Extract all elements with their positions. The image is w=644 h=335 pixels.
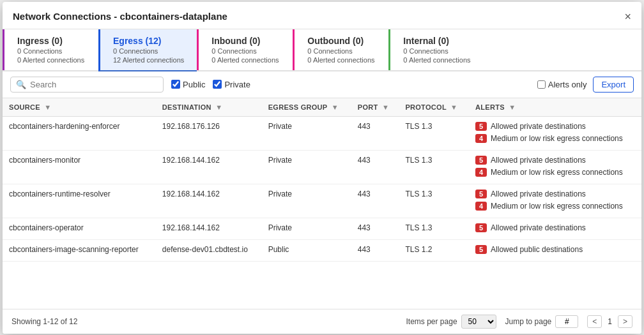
badge-count: 4 (475, 202, 487, 211)
cell-destination-3: 192.168.144.162 (156, 218, 262, 239)
alert-badge: 4 Medium or low risk egress connections (475, 168, 635, 177)
badge-count: 5 (475, 223, 487, 232)
cell-destination-2: 192.168.144.162 (156, 184, 262, 218)
tab-ingress[interactable]: Ingress (0) 0 Connections 0 Alerted conn… (3, 29, 98, 70)
cell-source-0: cbcontainers-hardening-enforcer (3, 116, 156, 150)
private-label: Private (224, 80, 250, 89)
col-header-alerts[interactable]: ALERTS ▼ (469, 98, 641, 117)
cell-destination-1: 192.168.144.162 (156, 150, 262, 184)
badge-count: 4 (475, 168, 487, 177)
alerts-only-checkbox[interactable] (537, 80, 546, 89)
table-row: cbcontainers-operator192.168.144.162Priv… (3, 218, 641, 239)
tab-label-egress: Egress (12) (113, 36, 184, 46)
items-per-page-label: Items per page (406, 317, 457, 326)
alert-badge: 5 Allowed private destinations (475, 190, 635, 198)
tab-sub2-outbound: 0 Alerted connections (307, 56, 376, 64)
tab-egress[interactable]: Egress (12) 0 Connections 12 Alerted con… (98, 29, 197, 71)
alert-badge: 5 Allowed private destinations (475, 223, 635, 232)
table-row: cbcontainers-monitor192.168.144.162Priva… (3, 150, 641, 184)
search-input[interactable] (30, 80, 158, 89)
tab-internal[interactable]: Internal (0) 0 Connections 0 Alerted con… (388, 29, 484, 70)
table-row: cbcontainers-hardening-enforcer192.168.1… (3, 116, 641, 150)
table-body: cbcontainers-hardening-enforcer192.168.1… (3, 116, 641, 261)
tab-label-ingress: Ingress (0) (17, 36, 86, 46)
alert-badge: 5 Allowed private destinations (475, 122, 635, 131)
tab-sub1-internal: 0 Connections (403, 47, 471, 55)
jump-to-page-input[interactable] (555, 315, 578, 328)
export-button[interactable]: Export (593, 77, 634, 93)
alert-badge: 5 Allowed private destinations (475, 156, 635, 165)
alert-badge: 5 Allowed public destinations (475, 245, 635, 254)
alert-text: Medium or low risk egress connections (491, 134, 623, 143)
cell-protocol-2: TLS 1.3 (399, 184, 469, 218)
public-checkbox-group[interactable]: Public (171, 80, 205, 89)
private-checkbox-group[interactable]: Private (213, 80, 250, 89)
tab-sub1-outbound: 0 Connections (307, 47, 376, 55)
next-page-button[interactable]: > (618, 315, 632, 328)
cell-egress_group-1: Private (262, 150, 351, 184)
cell-destination-4: defense-dev01.cbdtest.io (156, 239, 262, 261)
cell-protocol-3: TLS 1.3 (399, 218, 469, 239)
col-header-protocol[interactable]: PROTOCOL ▼ (399, 98, 469, 117)
cell-protocol-4: TLS 1.2 (399, 239, 469, 261)
cell-source-3: cbcontainers-operator (3, 218, 156, 239)
footer: Showing 1-12 of 12 Items per page 50 25 … (3, 309, 641, 334)
prev-page-button[interactable]: < (587, 315, 602, 328)
cell-alerts-4: 5 Allowed public destinations (469, 239, 641, 261)
sort-icon-alerts: ▼ (509, 103, 516, 111)
search-icon: 🔍 (16, 80, 26, 89)
alerts-only-label: Alerts only (548, 80, 587, 89)
cell-destination-0: 192.168.176.126 (156, 116, 262, 150)
network-connections-modal: Network Connections - cbcontainers-datap… (3, 2, 641, 334)
alert-text: Allowed private destinations (491, 122, 586, 131)
alert-text: Allowed private destinations (491, 223, 586, 232)
col-header-egress_group[interactable]: EGRESS GROUP ▼ (262, 98, 351, 117)
badge-count: 5 (475, 156, 487, 165)
tab-label-outbound: Outbound (0) (307, 36, 376, 46)
cell-egress_group-2: Private (262, 184, 351, 218)
alert-badge: 4 Medium or low risk egress connections (475, 134, 635, 143)
footer-right: Items per page 50 25 100 Jump to page < … (406, 315, 632, 329)
cell-source-4: cbcontainers-image-scanning-reporter (3, 239, 156, 261)
alert-text: Allowed private destinations (491, 190, 586, 198)
table-header: SOURCE ▼DESTINATION ▼EGRESS GROUP ▼PORT … (3, 98, 641, 117)
cell-port-4: 443 (351, 239, 399, 261)
private-checkbox[interactable] (213, 80, 222, 89)
sort-icon-destination: ▼ (215, 103, 222, 111)
tab-inbound[interactable]: Inbound (0) 0 Connections 0 Alerted conn… (197, 29, 293, 70)
cell-source-1: cbcontainers-monitor (3, 150, 156, 184)
cell-port-1: 443 (351, 150, 399, 184)
col-header-source[interactable]: SOURCE ▼ (3, 98, 156, 117)
table-row: cbcontainers-image-scanning-reporterdefe… (3, 239, 641, 261)
sort-icon-port: ▼ (382, 103, 389, 111)
cell-egress_group-0: Private (262, 116, 351, 150)
public-checkbox[interactable] (171, 80, 180, 89)
close-button[interactable]: × (624, 11, 631, 22)
tab-outbound[interactable]: Outbound (0) 0 Connections 0 Alerted con… (293, 29, 388, 70)
tab-sub2-egress: 12 Alerted connections (113, 56, 184, 64)
items-per-page-select[interactable]: 50 25 100 (461, 315, 496, 329)
sort-icon-source: ▼ (44, 103, 51, 111)
search-box: 🔍 (10, 77, 164, 93)
cell-egress_group-4: Public (262, 239, 351, 261)
tab-sub2-inbound: 0 Alerted connections (211, 56, 280, 64)
badge-count: 5 (475, 122, 487, 131)
cell-alerts-2: 5 Allowed private destinations 4 Medium … (469, 184, 641, 218)
jump-to-page-label: Jump to page (505, 317, 552, 326)
table-row: cbcontainers-runtime-resolver192.168.144… (3, 184, 641, 218)
showing-text: Showing 1-12 of 12 (12, 317, 406, 326)
table-container: SOURCE ▼DESTINATION ▼EGRESS GROUP ▼PORT … (3, 98, 641, 309)
alert-text: Allowed private destinations (491, 156, 586, 165)
cell-port-2: 443 (351, 184, 399, 218)
col-header-port[interactable]: PORT ▼ (351, 98, 399, 117)
alerts-only-group[interactable]: Alerts only (537, 80, 587, 89)
tabs-row: Ingress (0) 0 Connections 0 Alerted conn… (3, 29, 641, 71)
col-header-destination[interactable]: DESTINATION ▼ (156, 98, 262, 117)
page-nav: < 1 > (587, 315, 632, 328)
cell-port-3: 443 (351, 218, 399, 239)
tab-sub1-inbound: 0 Connections (211, 47, 280, 55)
cell-source-2: cbcontainers-runtime-resolver (3, 184, 156, 218)
cell-protocol-1: TLS 1.3 (399, 150, 469, 184)
alert-text: Allowed public destinations (491, 245, 583, 254)
modal-title: Network Connections - cbcontainers-datap… (13, 11, 227, 22)
